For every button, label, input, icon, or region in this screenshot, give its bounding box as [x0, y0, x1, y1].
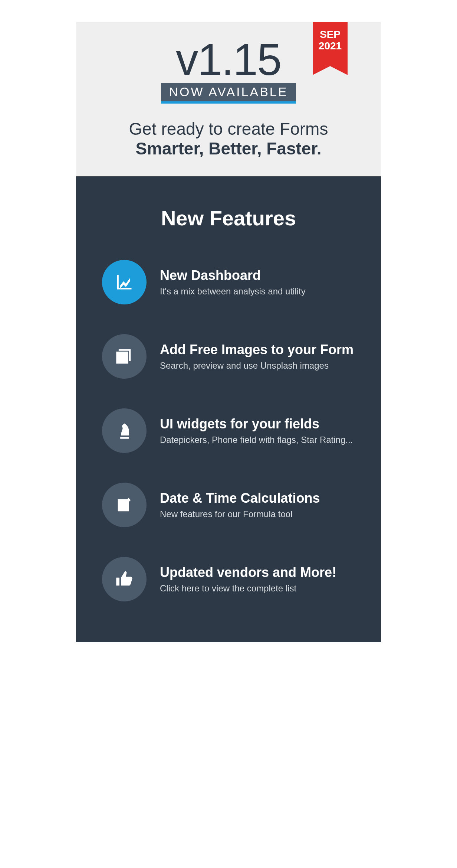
feature-item: UI widgets for your fields Datepickers, …: [102, 408, 355, 453]
thumbs-up-icon: [102, 557, 147, 601]
feature-desc: It's a mix between analysis and utility: [160, 286, 306, 297]
features-heading: New Features: [102, 206, 355, 230]
availability-badge: NOW AVAILABLE: [161, 83, 296, 104]
tagline-line1: Get ready to create Forms: [91, 119, 366, 139]
tagline: Get ready to create Forms Smarter, Bette…: [91, 119, 366, 159]
calendar-check-icon: [102, 483, 147, 527]
promo-card: SEP 2021 v1.15 NOW AVAILABLE Get ready t…: [76, 22, 381, 642]
tagline-line2: Smarter, Better, Faster.: [91, 139, 366, 159]
ribbon-month: SEP: [313, 29, 348, 40]
ribbon-year: 2021: [313, 40, 348, 52]
feature-title: Add Free Images to your Form: [160, 342, 354, 358]
features-section: New Features New Dashboard It's a mix be…: [76, 176, 381, 642]
feature-desc: Datepickers, Phone field with flags, Sta…: [160, 435, 353, 445]
chess-knight-icon: [102, 408, 147, 453]
feature-desc: Search, preview and use Unsplash images: [160, 360, 354, 371]
date-ribbon: SEP 2021: [313, 22, 348, 66]
feature-item: Date & Time Calculations New features fo…: [102, 483, 355, 527]
image-icon: [102, 334, 147, 379]
feature-title: Updated vendors and More!: [160, 565, 336, 580]
feature-title: New Dashboard: [160, 268, 306, 283]
feature-item: New Dashboard It's a mix between analysi…: [102, 260, 355, 304]
feature-item-link[interactable]: Updated vendors and More! Click here to …: [102, 557, 355, 601]
feature-item: Add Free Images to your Form Search, pre…: [102, 334, 355, 379]
feature-desc: New features for our Formula tool: [160, 509, 320, 519]
hero-section: SEP 2021 v1.15 NOW AVAILABLE Get ready t…: [76, 22, 381, 176]
chart-icon: [102, 260, 147, 304]
feature-title: Date & Time Calculations: [160, 490, 320, 506]
feature-title: UI widgets for your fields: [160, 416, 353, 432]
feature-desc: Click here to view the complete list: [160, 583, 336, 594]
